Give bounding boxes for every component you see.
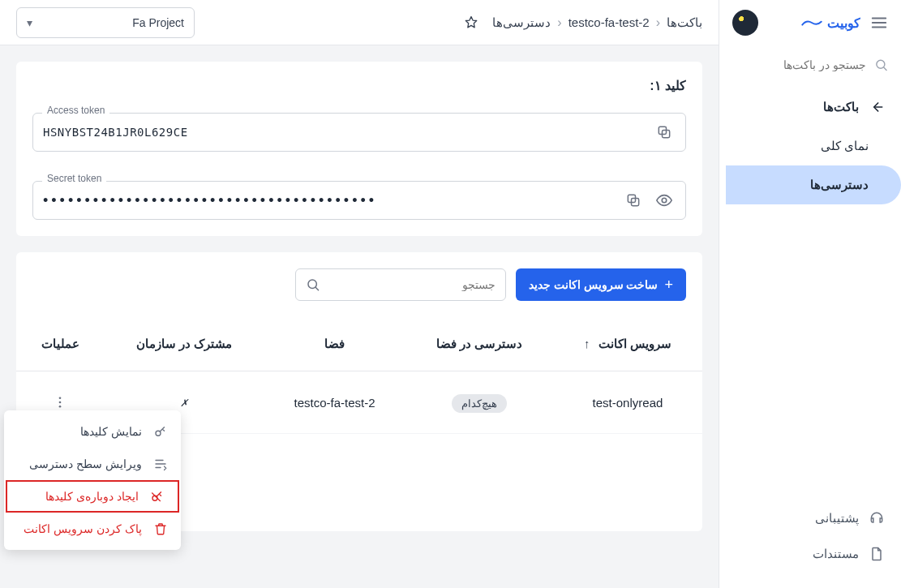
col-shared: مشترک در سازمان	[104, 317, 264, 371]
table-toolbar: + ساخت سرویس اکانت جدید	[16, 268, 702, 317]
key-title: کلید ۱:	[32, 78, 686, 93]
svg-point-5	[662, 198, 667, 203]
create-service-account-button[interactable]: + ساخت سرویس اکانت جدید	[516, 268, 686, 301]
reveal-secret-button[interactable]	[653, 189, 676, 212]
secret-token-label: Secret token	[42, 173, 106, 184]
menu-delete[interactable]: پاک کردن سرویس اکانت	[4, 513, 181, 545]
sidebar-search-input[interactable]	[732, 58, 866, 71]
headset-icon	[869, 510, 885, 526]
copy-icon	[656, 124, 672, 140]
svg-point-6	[308, 280, 316, 288]
crumb-bucket-name[interactable]: testco-fa-test-2	[568, 15, 650, 29]
content: کلید ۱: Access token HSNYBST24B1JR0L629C…	[0, 45, 719, 588]
crumb-buckets[interactable]: باکت‌ها	[667, 15, 702, 30]
hamburger-icon[interactable]	[870, 14, 888, 32]
nav-access[interactable]: دسترسی‌ها	[726, 165, 901, 204]
topbar: باکت‌ها ‹ testco-fa-test-2 ‹ دسترسی‌ها ▾…	[0, 0, 719, 45]
sidebar-search[interactable]	[719, 45, 901, 84]
menu-show-keys[interactable]: نمایش کلیدها	[4, 415, 181, 448]
access-token-value: HSNYBST24B1JR0L629CE	[43, 126, 645, 139]
svg-point-7	[59, 397, 62, 399]
brand-name: کوبیت	[827, 15, 860, 31]
regen-key-icon	[150, 489, 165, 504]
copy-secret-button[interactable]	[622, 189, 645, 212]
cell-space: testco-fa-test-2	[264, 371, 405, 434]
arrow-left-icon	[869, 99, 885, 115]
plus-icon: +	[664, 277, 673, 294]
search-icon	[874, 57, 888, 73]
access-token-field: Access token HSNYBST24B1JR0L629CE	[32, 113, 686, 152]
menu-regen-keys[interactable]: ایجاد دوباره‌ی کلیدها	[6, 480, 179, 513]
eye-icon	[655, 191, 673, 209]
sidebar-bottom: پشتیبانی مستندات	[719, 494, 901, 588]
access-token-label: Access token	[42, 105, 109, 116]
chevron-left-icon: ‹	[656, 15, 660, 30]
avatar[interactable]	[732, 10, 758, 36]
breadcrumb: باکت‌ها ‹ testco-fa-test-2 ‹ دسترسی‌ها	[463, 15, 702, 31]
main: باکت‌ها ‹ testco-fa-test-2 ‹ دسترسی‌ها ▾…	[0, 0, 719, 588]
sidebar-header: کوبیت	[719, 0, 901, 45]
trash-icon	[153, 521, 168, 536]
chevron-left-icon: ‹	[557, 15, 561, 30]
menu-edit-access[interactable]: ویرایش سطح دسترسی	[4, 448, 181, 480]
support-link[interactable]: پشتیبانی	[719, 500, 901, 536]
col-space: فضا	[264, 317, 405, 371]
star-icon[interactable]	[463, 15, 479, 31]
brand-logo-icon	[801, 17, 822, 28]
brand[interactable]: کوبیت	[801, 15, 860, 31]
search-icon	[306, 277, 320, 293]
nav-buckets[interactable]: باکت‌ها	[719, 88, 901, 127]
edit-icon	[153, 457, 168, 471]
project-select[interactable]: ▾ Fa Project	[16, 7, 195, 38]
cell-space-access: هیچ‌کدام	[405, 371, 553, 434]
document-icon	[869, 546, 885, 562]
cell-service-account: test-onlyread	[553, 371, 702, 434]
col-service-account[interactable]: سرویس اکانت ↑	[553, 317, 702, 371]
crumb-access[interactable]: دسترسی‌ها	[492, 15, 551, 30]
kebab-icon	[53, 395, 67, 410]
row-context-menu: نمایش کلیدها ویرایش سطح دسترسی ایجاد دوب…	[4, 410, 181, 550]
col-actions: عملیات	[16, 317, 104, 371]
svg-point-8	[59, 401, 62, 404]
nav: باکت‌ها نمای کلی دسترسی‌ها	[719, 84, 901, 204]
secret-token-field: Secret token •••••••••••••••••••••••••••…	[32, 181, 686, 220]
table-search-input[interactable]	[327, 278, 496, 291]
svg-point-9	[59, 406, 62, 408]
copy-icon	[625, 192, 641, 208]
sidebar: کوبیت باکت‌ها نمای کلی دسترسی‌ها	[719, 0, 901, 588]
project-name: Fa Project	[132, 16, 184, 29]
key-icon	[153, 424, 168, 439]
copy-access-button[interactable]	[653, 121, 676, 144]
sort-asc-icon: ↑	[584, 337, 590, 350]
caret-down-icon: ▾	[27, 16, 32, 29]
nav-overview[interactable]: نمای کلی	[719, 127, 901, 165]
col-space-access: دسترسی در فضا	[405, 317, 553, 371]
svg-point-0	[877, 60, 885, 68]
table-search[interactable]	[295, 268, 506, 301]
key-card: کلید ۱: Access token HSNYBST24B1JR0L629C…	[16, 62, 702, 236]
docs-link[interactable]: مستندات	[719, 536, 901, 572]
secret-token-masked: ••••••••••••••••••••••••••••••••••••••••	[43, 192, 614, 209]
